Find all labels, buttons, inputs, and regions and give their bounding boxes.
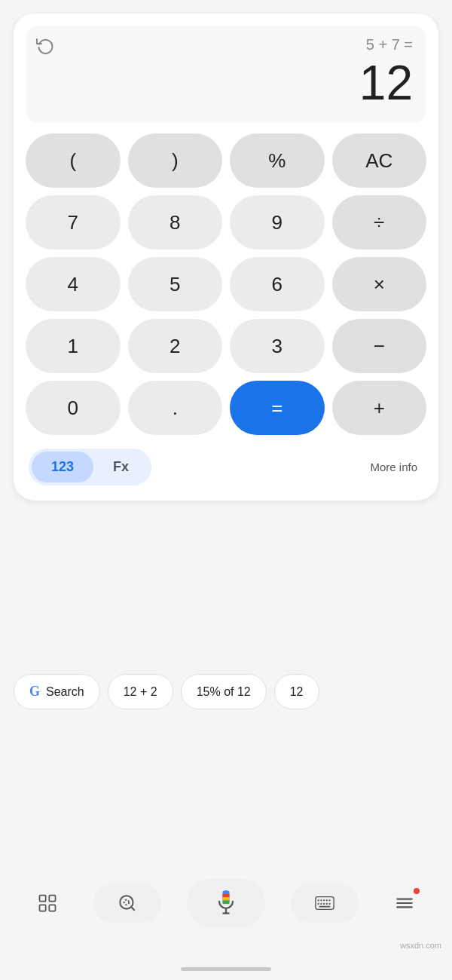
suggestion-text: 12 + 2 — [124, 685, 157, 699]
lens-nav-icon[interactable] — [93, 884, 161, 923]
search-suggestion-12plus2[interactable]: 12 + 2 — [108, 674, 173, 709]
svg-line-5 — [131, 907, 135, 911]
expression-display: 5 + 7 = — [39, 36, 413, 54]
gallery-nav-icon[interactable] — [28, 884, 67, 923]
history-icon[interactable] — [36, 36, 54, 59]
zero-button[interactable]: 0 — [26, 381, 121, 435]
plus-button[interactable]: + — [332, 381, 427, 435]
search-suggestion-search[interactable]: G Search — [14, 674, 100, 709]
calculator-display: 5 + 7 = 12 — [26, 26, 426, 123]
nine-button[interactable]: 9 — [230, 195, 325, 250]
mic-nav-button[interactable] — [187, 879, 265, 927]
percent-button[interactable]: % — [230, 133, 325, 188]
buttons-grid: ( ) % AC 7 8 9 ÷ 4 5 6 × 1 2 3 − 0 . = + — [26, 133, 426, 435]
mode-fx-button[interactable]: Fx — [93, 452, 148, 482]
watermark: wsxdn.com — [400, 941, 441, 950]
empty-space — [0, 501, 452, 674]
seven-button[interactable]: 7 — [26, 195, 121, 250]
svg-point-6 — [124, 900, 129, 905]
eight-button[interactable]: 8 — [128, 195, 223, 250]
search-suggestions-area: G Search 12 + 2 15% of 12 12 — [0, 674, 452, 709]
keyboard-nav-icon[interactable] — [291, 884, 359, 923]
svg-rect-0 — [40, 896, 46, 902]
svg-rect-2 — [40, 905, 46, 911]
bottom-nav-bar — [0, 871, 452, 935]
calculator-bottom-row: 123 Fx More info — [26, 446, 426, 488]
home-indicator — [181, 967, 271, 971]
open-paren-button[interactable]: ( — [26, 133, 121, 188]
multiply-button[interactable]: × — [332, 257, 427, 311]
google-g-icon: G — [29, 684, 40, 700]
one-button[interactable]: 1 — [26, 319, 121, 373]
search-suggestions-list: G Search 12 + 2 15% of 12 12 — [14, 674, 438, 709]
more-info-button[interactable]: More info — [364, 456, 423, 478]
svg-rect-13 — [222, 901, 229, 905]
suggestion-text: 15% of 12 — [197, 685, 251, 699]
svg-rect-3 — [50, 905, 56, 911]
equals-button[interactable]: = — [230, 381, 325, 435]
mode-123-button[interactable]: 123 — [32, 452, 93, 482]
svg-rect-1 — [50, 896, 56, 902]
two-button[interactable]: 2 — [128, 319, 223, 373]
menu-nav-icon[interactable] — [385, 884, 424, 923]
six-button[interactable]: 6 — [230, 257, 325, 311]
mode-toggle: 123 Fx — [29, 449, 151, 485]
minus-button[interactable]: − — [332, 319, 427, 373]
five-button[interactable]: 5 — [128, 257, 223, 311]
decimal-button[interactable]: . — [128, 381, 223, 435]
clear-button[interactable]: AC — [332, 133, 427, 188]
svg-rect-12 — [222, 897, 229, 901]
four-button[interactable]: 4 — [26, 257, 121, 311]
close-paren-button[interactable]: ) — [128, 133, 223, 188]
calculator-card: 5 + 7 = 12 ( ) % AC 7 8 9 ÷ 4 5 6 × 1 2 … — [14, 14, 438, 501]
svg-rect-10 — [222, 890, 229, 894]
suggestion-text: 12 — [290, 685, 304, 699]
svg-point-4 — [120, 896, 133, 908]
search-suggestion-15percent[interactable]: 15% of 12 — [181, 674, 267, 709]
divide-button[interactable]: ÷ — [332, 195, 427, 250]
search-suggestion-12[interactable]: 12 — [274, 674, 319, 709]
search-label: Search — [46, 685, 84, 699]
svg-rect-11 — [222, 894, 229, 898]
result-display: 12 — [39, 57, 413, 109]
three-button[interactable]: 3 — [230, 319, 325, 373]
